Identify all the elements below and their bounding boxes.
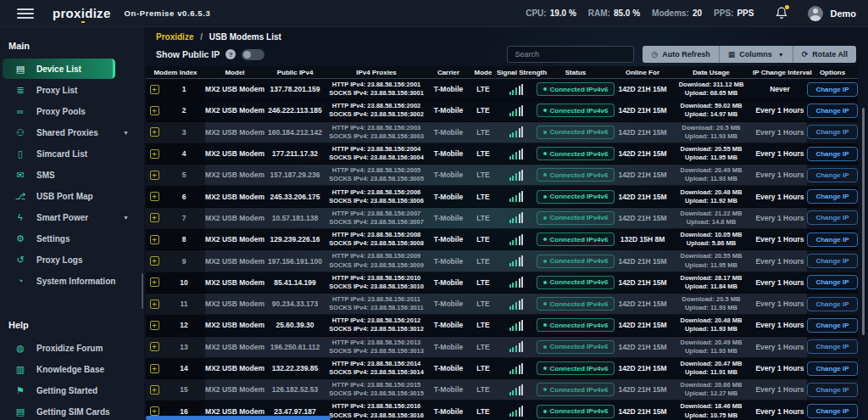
status-dot-icon [543, 131, 547, 134]
mode-cell: LTE [470, 128, 497, 137]
rotate-icon: ⟳ [802, 50, 809, 59]
change-ip-button[interactable]: Change IP [807, 339, 857, 354]
change-ip-button[interactable]: Change IP [807, 147, 857, 161]
download-line: Download: 20.49 MB [670, 339, 753, 347]
sidebar-item-usb-port-map[interactable]: ⎇USB Port Map [3, 186, 141, 206]
carrier-cell: T-Mobile [427, 193, 470, 201]
model-cell: MX2 USB Modem [205, 364, 264, 372]
show-public-ip-toggle[interactable] [242, 49, 264, 60]
signal-strength-icon [497, 212, 536, 223]
change-ip-button[interactable]: Change IP [807, 210, 857, 225]
signal-strength-cell [497, 255, 536, 266]
status-dot-icon [543, 388, 547, 391]
sidebar-item-simcard-list[interactable]: ▯Simcard List [3, 143, 141, 164]
signal-strength-cell [497, 320, 536, 331]
online-for-cell: 142D 21H 15M [615, 385, 670, 394]
public-ipv4-cell: 90.234.33.173 [264, 300, 326, 308]
ipv4-proxies-cell: HTTP IPv4: 23.88.58.156:2005SOCKS IPv4: … [326, 166, 427, 183]
download-line: Download: 20.49 MB [670, 166, 753, 175]
expand-row-icon[interactable]: + [150, 256, 159, 266]
ip-change-interval-cell: Every 1 Hours [753, 193, 807, 201]
expand-row-icon[interactable]: + [150, 385, 159, 395]
expand-row-icon[interactable]: + [150, 364, 159, 373]
button-label: Auto Refresh [662, 50, 710, 59]
status-cell: Connected IPv4v6 [536, 276, 615, 289]
signal-strength-icon [497, 299, 536, 310]
vertical-scrollbar[interactable] [862, 108, 865, 335]
sidebar-item-getting-sim-cards[interactable]: ▤Getting SIM Cards [3, 401, 141, 420]
expand-row-icon[interactable]: + [150, 85, 159, 94]
sidebar: Main▤Device List≣Proxy List∞Proxy Pools⚇… [0, 27, 144, 420]
status-badge: Connected IPv4v6 [537, 232, 615, 246]
status-cell: Connected IPv4v6 [536, 126, 615, 139]
change-ip-button[interactable]: Change IP [807, 383, 857, 397]
expand-row-icon[interactable]: + [150, 106, 159, 115]
change-ip-button[interactable]: Change IP [807, 297, 857, 311]
sidebar-item-proxidize-forum[interactable]: ◍Proxidize Forum [3, 338, 141, 358]
sidebar-item-shared-proxies[interactable]: ⚇Shared Proxies▼ [3, 122, 141, 143]
carrier-cell: T-Mobile [427, 106, 470, 115]
expand-row-icon[interactable]: + [150, 171, 159, 180]
change-ip-button[interactable]: Change IP [807, 104, 857, 118]
toggle-knob [243, 51, 251, 59]
sidebar-item-smart-power[interactable]: ϟSmart Power▼ [3, 207, 141, 227]
chevron-down-icon: ▼ [123, 215, 129, 221]
column-header-ip-change-interval: IP Change Interval [753, 69, 807, 76]
signal-strength-icon [497, 406, 536, 417]
expand-row-icon[interactable]: + [150, 127, 159, 137]
sidebar-item-device-list[interactable]: ▤Device List [3, 59, 115, 79]
expand-row-icon[interactable]: + [150, 192, 159, 201]
change-ip-button[interactable]: Change IP [807, 168, 857, 182]
socks-proxy-line: SOCKS IPv4: 23.88.58.156:3006 [326, 197, 427, 205]
sidebar-item-getting-started[interactable]: ⚑Getting Started [3, 380, 141, 400]
change-ip-button[interactable]: Change IP [807, 82, 857, 97]
change-ip-button[interactable]: Change IP [807, 254, 857, 268]
change-ip-button[interactable]: Change IP [807, 318, 857, 333]
sidebar-item-proxy-list[interactable]: ≣Proxy List [3, 80, 141, 100]
status-dot-icon [543, 173, 547, 176]
columns-button[interactable]: ▦Columns▼ [720, 46, 793, 63]
table-row: +9MX2 USB Modem197.156.191.100HTTP IPv4:… [146, 250, 858, 272]
rotate-all-button[interactable]: ⟳Rotate All [793, 46, 856, 63]
auto-refresh-button[interactable]: ◷Auto Refresh [643, 46, 719, 63]
expand-row-icon[interactable]: + [150, 300, 159, 309]
change-ip-button[interactable]: Change IP [807, 125, 857, 139]
horizontal-scrollbar[interactable] [146, 416, 331, 420]
change-ip-button[interactable]: Change IP [807, 232, 857, 247]
expand-row-icon[interactable]: + [150, 342, 159, 351]
modem-index-cell: 1 [163, 79, 205, 99]
notification-bell-icon[interactable] [776, 7, 787, 20]
sidebar-item-proxy-pools[interactable]: ∞Proxy Pools [3, 101, 141, 121]
ipv4-proxies-cell: HTTP IPv4: 23.88.58.156:2003SOCKS IPv4: … [326, 124, 427, 141]
expand-row-icon[interactable]: + [150, 277, 159, 287]
change-ip-button[interactable]: Change IP [807, 404, 857, 418]
change-ip-button[interactable]: Change IP [807, 361, 857, 376]
hamburger-menu-icon[interactable] [17, 8, 34, 19]
options-cell: Change IP [807, 272, 858, 293]
upload-line: Upload: 11.84 MB [670, 283, 753, 291]
expand-row-icon[interactable]: + [150, 321, 159, 330]
sidebar-item-proxy-logs[interactable]: ↺Proxy Logs [3, 249, 141, 270]
change-ip-button[interactable]: Change IP [807, 189, 857, 204]
sidebar-item-knowledge-base[interactable]: ▥Knowledge Base [3, 359, 141, 379]
expand-row-icon[interactable]: + [150, 235, 159, 244]
status-cell: Connected IPv4v6 [536, 383, 615, 396]
sidebar-item-sms[interactable]: ✉SMS [3, 165, 141, 185]
expand-row-icon[interactable]: + [150, 213, 159, 222]
search-input[interactable] [507, 46, 634, 63]
modem-index-cell: 15 [163, 379, 205, 400]
expand-row-icon[interactable]: + [150, 149, 159, 159]
sidebar-item-settings[interactable]: ⚙Settings [3, 228, 141, 249]
sidebar-scrollbar[interactable] [142, 273, 143, 309]
breadcrumb-root-link[interactable]: Proxidize [156, 32, 193, 42]
sidebar-item-system-information[interactable]: ◔System Information [3, 271, 141, 291]
help-tooltip-icon[interactable]: ? [225, 49, 236, 59]
change-ip-button[interactable]: Change IP [807, 275, 857, 289]
signal-strength-cell [497, 126, 536, 137]
expand-row-icon[interactable]: + [150, 406, 159, 416]
column-header-modem-index: Modem Index [146, 69, 205, 76]
model-cell: MX2 USB Modem [205, 106, 264, 115]
status-cell: Connected IPv4v6 [536, 168, 615, 182]
user-menu[interactable]: Demo [808, 6, 856, 21]
carrier-cell: T-Mobile [427, 235, 470, 244]
